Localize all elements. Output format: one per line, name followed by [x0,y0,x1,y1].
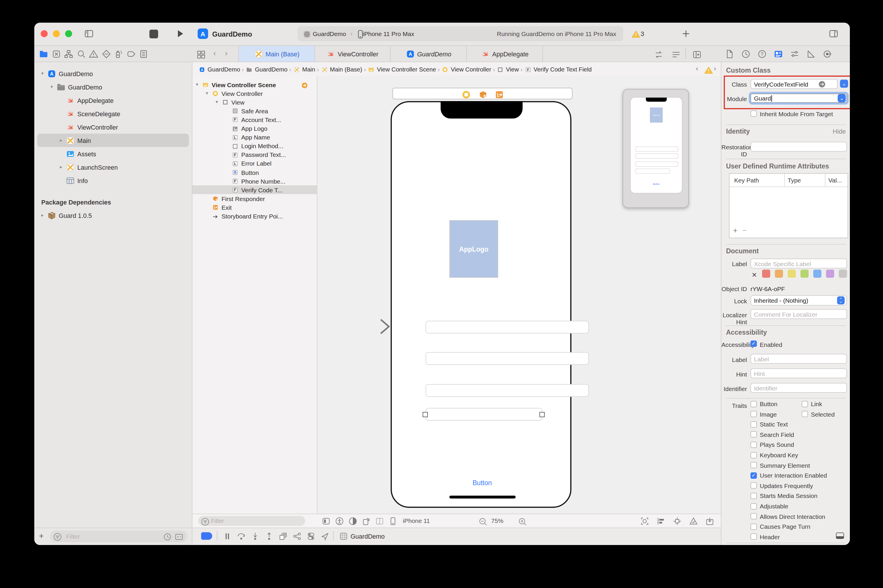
jumpbar-item[interactable]: Main (Base) [321,65,362,73]
issue-navigator-icon[interactable] [89,50,98,58]
udra-col-keypath[interactable]: Key Path [734,177,759,184]
trait-link[interactable]: Link [802,400,822,407]
sidebar-item-guarddemo[interactable]: ▾GuardDemo [34,80,192,93]
jumpbar-item[interactable]: FVerify Code Text Field [524,65,592,73]
forward-icon[interactable]: › [225,49,228,57]
update-frames-icon[interactable] [705,516,715,526]
warning-count[interactable]: 3 [641,30,644,37]
udra-col-type[interactable]: Type [788,177,801,184]
outline-item-password-text-[interactable]: FPassword Text... [192,150,317,159]
outline-item-storyboard-entry-poi-[interactable]: Storyboard Entry Poi... [192,212,317,220]
connections-inspector-tab[interactable] [823,50,832,58]
selection-handle-left[interactable] [423,412,428,417]
sidebar-item-info[interactable]: Info [34,174,192,187]
code-review-icon[interactable] [654,50,663,59]
outline-item-safe-area[interactable]: Safe Area [192,106,317,116]
account-text-field[interactable] [425,321,589,333]
outline-item-login-method-[interactable]: Login Method... [192,141,317,150]
step-over-icon[interactable] [237,532,246,541]
navigator-sidebar-toggle-icon[interactable] [84,29,94,38]
sidebar-item-viewcontroller[interactable]: ViewController [34,120,192,134]
accessibility-preview-icon[interactable] [335,516,344,526]
jumpbar-item[interactable]: View Controller [442,65,491,73]
back-icon[interactable]: ‹ [213,49,216,57]
trait-updates-frequently[interactable]: Updates Frequently [751,482,813,489]
jumpbar-item[interactable]: View Controller Scene [368,65,436,73]
sidebar-item-launchscreen[interactable]: ▸LaunchScreen [34,160,192,174]
orientation-icon[interactable] [362,516,371,526]
identity-inspector-tab[interactable] [774,50,783,58]
trait-allows-direct-interaction[interactable]: Allows Direct Interaction [751,513,825,520]
step-out-icon[interactable] [264,532,274,541]
outline-item-button[interactable]: BButton [192,168,317,177]
acc-hint-field[interactable]: Hint [751,368,847,378]
acc-label-field[interactable]: Label [751,354,847,364]
trait-static-text[interactable]: Static Text [751,421,788,428]
breakpoints-toggle[interactable] [201,532,212,540]
library-plus-icon[interactable] [681,29,691,38]
class-field[interactable]: VerifyCodeTextField [751,79,838,89]
label-color-swatch[interactable] [788,270,796,278]
udra-remove-button[interactable]: − [742,226,747,235]
storyboard-entry-arrow[interactable] [348,317,392,336]
jumpbar-item[interactable]: View [497,65,519,73]
scene-exit-icon[interactable] [495,90,504,99]
iphone-device-frame[interactable]: AppLogo Button [390,101,571,508]
accessibility-enabled-checkbox[interactable]: ✓ [751,340,757,347]
label-color-swatch[interactable] [775,270,783,278]
label-color-swatch[interactable] [762,270,770,278]
trait-search-field[interactable]: Search Field [751,431,794,438]
history-inspector-tab[interactable] [741,50,751,58]
app-logo-image-view[interactable]: AppLogo [449,220,498,278]
debug-area-toggle-icon[interactable] [835,531,845,540]
breakpoint-navigator-icon[interactable] [126,50,136,58]
sidebar-item-main[interactable]: ▸Main [34,134,192,147]
module-dropdown-icon[interactable]: ⌄ [838,94,846,102]
zoom-in-icon[interactable] [518,517,527,526]
debug-navigator-icon[interactable] [114,50,123,58]
file-inspector-tab[interactable] [725,50,734,58]
pause-icon[interactable] [223,532,232,541]
report-navigator-icon[interactable] [139,50,148,58]
trait-adjustable[interactable]: Adjustable [751,502,788,510]
outline-item-account-text-[interactable]: FAccount Text... [192,116,317,124]
outline-item-app-logo[interactable]: App Logo [192,124,317,133]
label-color-swatch[interactable] [839,270,847,278]
minimap-lines-icon[interactable] [671,50,681,59]
trait-plays-sound[interactable]: Plays Sound [751,441,794,448]
add-editor-icon[interactable] [692,50,701,59]
align-constraints-icon[interactable] [656,516,665,526]
trait-summary-element[interactable]: Summary Element [751,462,810,469]
run-destination[interactable]: iPhone 11 Pro Max [363,30,414,37]
find-navigator-icon[interactable] [77,50,86,58]
source-control-filter-icon[interactable] [174,532,184,542]
outline-item-view-controller-scene[interactable]: ▾View Controller Scene [192,80,317,89]
outline-item-verify-code-t-[interactable]: FVerify Code T... [192,185,317,194]
trait-starts-media-session[interactable]: Starts Media Session [751,492,817,500]
close-window-button[interactable] [41,30,48,37]
class-jump-arrow-icon[interactable] [818,81,826,88]
outline-filter-field[interactable]: Filter [198,516,305,526]
acc-identifier-field[interactable]: Identifier [751,383,847,393]
inspector-sidebar-toggle-icon[interactable] [829,29,838,38]
trait-header[interactable]: Header [751,533,780,540]
tab-main-base-[interactable]: Main (Base) [238,46,315,62]
module-field[interactable]: Guard [751,93,847,103]
resolve-autolayout-icon[interactable] [689,516,698,526]
attributes-inspector-tab[interactable] [790,50,799,58]
outline-item-app-name[interactable]: LApp Name [192,133,317,141]
trait-user-interaction-enabled[interactable]: ✓User Interaction Enabled [751,472,827,479]
project-navigator-icon[interactable] [39,50,48,58]
add-constraints-icon[interactable] [673,516,682,526]
zoom-window-button[interactable] [65,30,72,37]
sidebar-item-assets[interactable]: Assets [34,147,192,160]
step-into-icon[interactable] [251,532,260,541]
view-hierarchy-icon[interactable] [278,532,288,541]
class-dropdown-icon[interactable]: ⌄ [840,80,848,88]
tab-guarddemo[interactable]: AGuardDemo [390,46,467,62]
help-inspector-tab[interactable]: ? [757,50,767,58]
identity-hide-link[interactable]: Hide [833,128,846,135]
split-preview-icon[interactable] [375,516,384,526]
doc-label-field[interactable]: Xcode Specific Label [751,258,847,268]
warning-icon[interactable]: ! [631,30,641,39]
